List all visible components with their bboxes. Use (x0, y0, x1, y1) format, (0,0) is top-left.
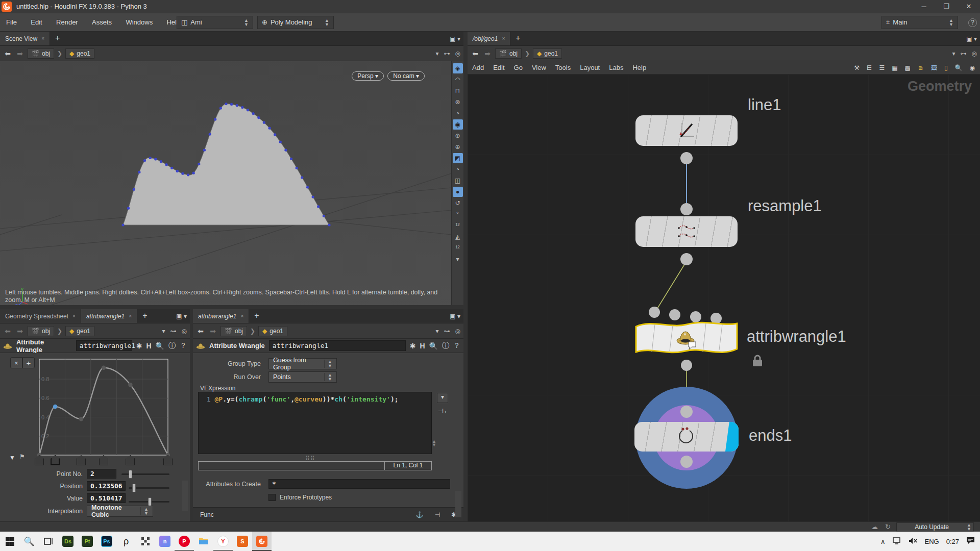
visualizers-icon[interactable]: ◫ (453, 176, 463, 186)
curve-point[interactable] (296, 167, 298, 169)
pane-maximize-icon[interactable]: ▣ (966, 35, 972, 42)
point-no-field[interactable]: 2 (87, 469, 116, 479)
list-view-icon[interactable]: ☰ (879, 64, 885, 71)
ramp-insert-icon[interactable]: ⚓ (416, 511, 424, 518)
breadcrumb-obj[interactable]: 🎬obj (495, 48, 522, 59)
node-resample1[interactable] (635, 216, 738, 247)
ramp-control-point[interactable] (128, 383, 132, 387)
point-no-slider[interactable] (121, 473, 169, 475)
display-options-eye-icon[interactable]: ◔ (453, 164, 463, 174)
dots-snap-icon[interactable]: ▩ (905, 64, 911, 71)
attribwrangle1-input2-connector[interactable] (669, 309, 680, 320)
func-section-bar[interactable]: Func ⚓ ⊣ ✱ (193, 507, 463, 521)
taskbar-houdini-icon[interactable] (252, 532, 272, 551)
net-search-icon[interactable]: 🔍 (955, 64, 963, 71)
close-tab-icon[interactable]: × (41, 36, 44, 41)
curve-point[interactable] (225, 103, 227, 105)
ramp-editor[interactable]: 0.80.60.40.2 (37, 356, 170, 464)
back-icon[interactable]: ⬅ (471, 49, 480, 58)
enforce-prototypes-checkbox[interactable] (268, 494, 276, 501)
recook-icon[interactable]: ↻ (885, 523, 891, 531)
net-menu-view[interactable]: View (527, 64, 551, 71)
maximize-button[interactable]: ❐ (935, 0, 958, 13)
network-canvas[interactable]: Geometry line1 resample1 (468, 74, 980, 521)
pane-menu-icon[interactable]: ▾ (457, 313, 460, 320)
net-menu-edit[interactable]: Edit (488, 64, 509, 71)
curve-point[interactable] (154, 158, 157, 160)
snapping-off-icon[interactable]: ⊗ (453, 97, 463, 107)
horizontal-splitter[interactable] (0, 305, 463, 309)
tray-volume-muted-icon[interactable] (909, 537, 918, 546)
taskbar-search-icon[interactable]: 🔍 (19, 532, 39, 551)
search-icon[interactable]: 🔍 (156, 342, 164, 350)
expand-editor-button[interactable]: ▾ (437, 393, 448, 403)
resample1-input-connector[interactable] (680, 203, 693, 215)
back-icon[interactable]: ⬅ (3, 327, 12, 335)
breadcrumb-obj[interactable]: 🎬obj (220, 326, 247, 336)
tray-language[interactable]: ENG (925, 538, 939, 545)
pin-marker-icon[interactable]: ° (453, 209, 463, 219)
material-shaded-icon[interactable]: ◩ (453, 153, 463, 163)
desktop-selector[interactable]: ◫ Ami ▲▼ (177, 16, 253, 29)
curve-point[interactable] (176, 170, 179, 172)
ramp-control-point[interactable] (53, 405, 57, 409)
notification-center-icon[interactable] (966, 537, 975, 546)
ends1-input-connector[interactable] (680, 406, 693, 418)
follow-icon[interactable]: ◎ (972, 50, 977, 57)
tab-attribwrangle1[interactable]: attribwrangle1× (81, 309, 137, 323)
curve-point[interactable] (274, 133, 276, 136)
pane-menu-icon[interactable]: ▾ (457, 35, 460, 42)
prim-numbers-icon[interactable]: ¹² (453, 243, 463, 253)
run-over-dropdown[interactable]: Points ▲▼ (268, 371, 337, 383)
close-tab-icon[interactable]: × (129, 313, 132, 319)
close-tab-icon[interactable]: × (72, 313, 76, 319)
menu-render[interactable]: Render (50, 13, 84, 32)
curve-point[interactable] (165, 163, 168, 166)
curve-point[interactable] (236, 104, 238, 107)
curve-point[interactable] (203, 149, 206, 152)
attribwrangle1-input1-connector[interactable] (649, 307, 660, 318)
curve-point[interactable] (257, 116, 260, 119)
scrollbar[interactable] (182, 481, 188, 511)
main-desktop-selector[interactable]: ⌗ Main ▲▼ (881, 16, 958, 29)
headlight-icon[interactable]: ◉ (453, 119, 463, 130)
attribwrangle1-output-connector[interactable] (681, 360, 692, 371)
curve-point[interactable] (170, 167, 173, 169)
info-icon[interactable]: ⓘ (168, 341, 176, 350)
net-menu-layout[interactable]: Layout (575, 64, 604, 71)
vertical-splitter[interactable] (463, 32, 468, 521)
notes-icon[interactable]: 🗈 (918, 64, 924, 71)
curve-point[interactable] (187, 173, 189, 176)
image-background-icon[interactable]: 🖼 (931, 64, 937, 71)
breadcrumb-geo1[interactable]: ◆geo1 (258, 326, 287, 336)
update-mode-dropdown[interactable]: Auto Update ▲▼ (896, 522, 974, 532)
pane-maximize-icon[interactable]: ▣ (450, 313, 455, 320)
forward-icon[interactable]: ➡ (15, 327, 24, 335)
task-view-icon[interactable] (39, 532, 58, 551)
line1-output-connector[interactable] (680, 152, 693, 164)
point-numbers-icon[interactable]: ¹² (453, 220, 463, 231)
follow-icon[interactable]: ◎ (455, 50, 460, 57)
shading-mode-icon[interactable]: ◔ (453, 108, 463, 118)
path-dropdown-icon[interactable]: ▾ (952, 50, 955, 57)
net-menu-help[interactable]: Help (628, 64, 651, 71)
curve-point[interactable] (138, 171, 140, 173)
gear-icon[interactable]: ✱ (410, 342, 416, 350)
curve-point[interactable] (290, 158, 292, 160)
node-name-field[interactable]: attribwrangle1 (76, 340, 132, 351)
more-icon[interactable]: ▾ (453, 254, 463, 264)
pane-maximize-icon[interactable]: ▣ (176, 313, 182, 320)
lock-icon[interactable]: ⊓ (453, 86, 463, 96)
info-icon[interactable]: ⓘ (442, 341, 449, 350)
net-menu-go[interactable]: Go (509, 64, 527, 71)
taskbar-checker-app-icon[interactable] (136, 532, 155, 551)
curve-point[interactable] (160, 160, 162, 163)
show-handles-icon[interactable]: ◠ (453, 74, 463, 85)
pin-icon[interactable]: ⊶ (444, 328, 450, 335)
value-field[interactable]: 0.510417 (87, 493, 126, 503)
new-tab-button[interactable]: + (137, 311, 152, 320)
taskbar-yandex-icon[interactable]: Y (213, 532, 233, 551)
curve-point[interactable] (127, 207, 130, 210)
curve-point[interactable] (279, 141, 282, 143)
ramp-remove-icon[interactable]: ⊣ (434, 511, 439, 518)
